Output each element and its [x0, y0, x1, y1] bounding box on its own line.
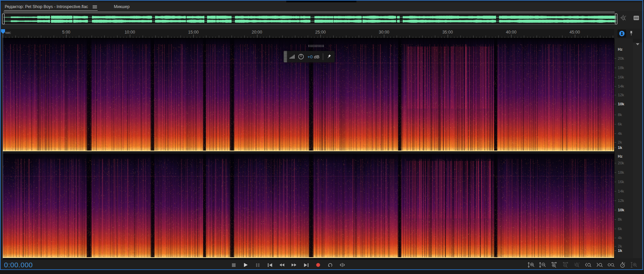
window-bottom-margin [0, 270, 644, 274]
play-button[interactable] [243, 262, 248, 268]
frequency-tick [614, 95, 616, 95]
frequency-tick [614, 104, 616, 104]
record-button[interactable] [315, 262, 321, 268]
frequency-tick [614, 172, 616, 173]
frequency-label: 20k [614, 56, 624, 61]
ruler-unit-label: чмс [5, 31, 11, 35]
tab-editor[interactable]: Редактор: Pet Shop Boys - Introspective.… [0, 2, 100, 11]
frequency-label: 20k [614, 161, 624, 165]
frequency-label: 1k [614, 145, 622, 150]
pause-button[interactable] [255, 262, 260, 268]
frequency-tick [614, 133, 616, 134]
frequency-tick [614, 246, 616, 246]
frequency-tick [614, 182, 616, 182]
overview-range-selector[interactable] [2, 13, 617, 24]
move-playhead-button[interactable] [340, 262, 345, 268]
range-handle-left[interactable] [2, 13, 5, 24]
spectrogram-right-channel[interactable] [3, 154, 614, 258]
frequency-label: 14k [614, 84, 624, 89]
frequency-tick [614, 115, 616, 115]
ruler-tick-label: 25:00 [315, 30, 326, 35]
frequency-tick [614, 124, 616, 124]
overview-waveform [3, 14, 616, 24]
ruler-tick-label: 40:00 [506, 30, 516, 35]
window-top-notch [286, 0, 356, 2]
vertical-scrollbar[interactable] [633, 39, 643, 258]
stop-button[interactable] [231, 262, 236, 268]
frequency-tick [614, 58, 616, 59]
frequency-label: 6k [614, 122, 622, 126]
ruler-tick-label: 20:00 [252, 30, 262, 35]
zoom-to-in-point-button[interactable] [585, 262, 592, 268]
frequency-label: 14k [614, 189, 624, 194]
monitor-toggle-button[interactable] [617, 30, 626, 38]
frequency-tick [614, 238, 616, 238]
hud-separator [323, 53, 323, 60]
panel-menu-icon[interactable] [93, 5, 97, 9]
zoom-out-full-icon[interactable] [620, 14, 628, 22]
hud-pin-button[interactable] [326, 54, 332, 59]
transport-controls [231, 262, 345, 268]
frequency-label: Hz [614, 154, 623, 159]
panel-tab-bar: Редактор: Pet Shop Boys - Introspective.… [0, 2, 644, 11]
zoom-in-horizontal-button[interactable] [550, 262, 558, 268]
ruler-major-ticks [3, 35, 614, 38]
frequency-label: 18k [614, 170, 624, 175]
zoom-to-out-point-button[interactable] [596, 262, 603, 268]
loop-playback-button[interactable] [328, 262, 333, 268]
frequency-tick [614, 77, 616, 77]
tab-mixer-label: Микшер [114, 4, 130, 9]
frequency-label: 16k [614, 75, 624, 79]
frequency-tick [614, 201, 616, 201]
tab-editor-label: Редактор: Pet Shop Boys - Introspective.… [5, 4, 88, 9]
frequency-tick [614, 148, 616, 148]
preview-splitter-grip[interactable] [308, 45, 324, 47]
frequency-label: 18k [614, 65, 624, 70]
gain-unit-label: dB [314, 54, 319, 59]
timeline-ruler[interactable]: чмс 5:0010:0015:0020:0025:0030:0035:0040… [3, 29, 614, 38]
fast-forward-button[interactable] [291, 262, 297, 268]
gain-value[interactable]: +0 [307, 54, 312, 59]
frequency-label: Hz [614, 47, 623, 52]
skip-to-start-button[interactable] [267, 262, 273, 268]
ruler-tick-label: 30:00 [379, 30, 389, 35]
zoom-in-vertical-button[interactable] [528, 262, 535, 268]
ruler-tick-label: 15:00 [188, 30, 199, 35]
frequency-tick [614, 219, 616, 220]
frequency-label: 12k [614, 93, 624, 97]
rewind-button[interactable] [279, 262, 285, 268]
frequency-label: 6k [614, 226, 622, 231]
volume-hud: +0 dB [284, 51, 335, 62]
panel-list-icon[interactable] [632, 14, 640, 22]
zoom-out-vertical-button[interactable] [539, 262, 546, 268]
frequency-tick [614, 251, 616, 251]
zoom-in-amplitude-button[interactable] [630, 262, 638, 268]
gain-knob-icon[interactable] [298, 53, 304, 60]
frequency-label: 12k [614, 198, 624, 203]
current-time-display[interactable]: 0:00.000 [4, 261, 33, 269]
zoom-out-horizontal-button[interactable] [562, 262, 569, 268]
zoom-out-full-button[interactable] [573, 262, 581, 268]
frequency-tick [614, 229, 616, 229]
frequency-tick [614, 142, 616, 143]
frequency-tick [614, 163, 616, 163]
zoom-tools [528, 262, 638, 268]
pin-marker-icon[interactable] [628, 30, 634, 37]
hud-levels-icon[interactable] [290, 54, 295, 59]
frequency-label: 4k [614, 235, 622, 240]
zoom-to-selection-button[interactable] [607, 262, 615, 268]
frequency-scale[interactable]: Hz20k18k16k14k12k10k8k6k4k2k1kHz20k18k16… [614, 39, 633, 258]
frequency-label: 10k [614, 102, 624, 106]
playhead-line [3, 34, 3, 259]
frequency-label: 1k [614, 248, 622, 253]
range-handle-right[interactable] [615, 13, 617, 24]
skip-to-end-button[interactable] [303, 262, 309, 268]
tab-mixer[interactable]: Микшер [109, 2, 133, 11]
hud-drag-grip[interactable] [284, 51, 287, 62]
scale-dropdown-icon[interactable] [636, 43, 639, 45]
frequency-label: 8k [614, 112, 622, 117]
overview-scrollbar[interactable] [3, 11, 615, 13]
audition-window: Редактор: Pet Shop Boys - Introspective.… [0, 0, 644, 274]
frequency-label: 2k [614, 244, 622, 249]
timer-button[interactable] [619, 262, 626, 268]
